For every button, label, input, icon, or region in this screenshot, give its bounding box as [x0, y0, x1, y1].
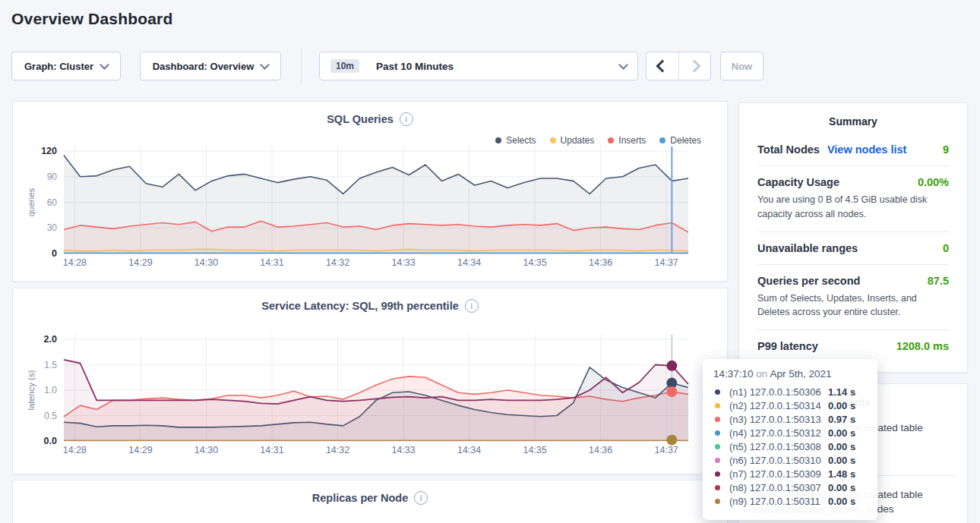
- dashboard-dropdown[interactable]: Dashboard: Overview: [140, 52, 281, 80]
- tooltip-node-row: (n9) 127.0.0.1:503110.00 s: [713, 494, 867, 508]
- node-address: (n5) 127.0.0.1:50308: [729, 441, 828, 452]
- dashboard-dropdown-label: Dashboard: Overview: [153, 61, 254, 72]
- node-color-dot: [715, 485, 720, 490]
- summary-label: P99 latency: [757, 340, 818, 352]
- node-address: (n8) 127.0.0.1:50307: [729, 482, 828, 493]
- svg-text:14:28: 14:28: [63, 257, 87, 268]
- node-address: (n6) 127.0.0.1:50310: [729, 455, 828, 466]
- node-address: (n4) 127.0.0.1:50312: [729, 427, 828, 439]
- summary-title: Summary: [757, 103, 949, 128]
- summary-value: 0.00%: [918, 176, 949, 188]
- toolbar-divider: [301, 48, 302, 83]
- svg-text:0.0: 0.0: [44, 436, 57, 446]
- prev-time-button[interactable]: [646, 52, 678, 80]
- node-color-dot: [715, 389, 720, 395]
- summary-row-total-nodes: Total Nodes View nodes list 9: [757, 134, 949, 166]
- time-range-label: Past 10 Minutes: [376, 61, 454, 72]
- chevron-down-icon: [618, 60, 628, 70]
- now-button[interactable]: Now: [720, 52, 763, 80]
- svg-text:14:30: 14:30: [194, 257, 218, 268]
- svg-text:latency (s): latency (s): [27, 370, 36, 410]
- chart-title: Replicas per Node: [312, 492, 409, 504]
- tooltip-node-row: (n7) 127.0.0.1:503091.48 s: [713, 467, 867, 480]
- svg-text:14:32: 14:32: [326, 445, 349, 455]
- time-nav-group: [646, 52, 711, 80]
- summary-value: 87.5: [928, 275, 949, 287]
- node-address: (n3) 127.0.0.1:50313: [729, 414, 828, 425]
- next-time-button[interactable]: [679, 52, 711, 80]
- tooltip-node-row: (n6) 127.0.0.1:503100.00 s: [713, 453, 867, 467]
- svg-text:90: 90: [47, 172, 58, 182]
- svg-text:14:29: 14:29: [128, 445, 152, 455]
- svg-text:14:33: 14:33: [391, 445, 415, 455]
- tooltip-date: Apr 5th, 2021: [770, 368, 831, 380]
- svg-text:14:35: 14:35: [523, 257, 546, 268]
- node-address: (n1) 127.0.0.1:50306: [729, 386, 828, 398]
- tooltip-time: 14:37:10: [713, 368, 754, 380]
- graph-dropdown[interactable]: Graph: Cluster: [11, 52, 121, 80]
- node-address: (n2) 127.0.0.1:50314: [729, 400, 828, 411]
- summary-row-unavailable-ranges: Unavailable ranges 0: [757, 232, 949, 265]
- time-range-selector[interactable]: 10m Past 10 Minutes: [319, 52, 638, 80]
- node-latency-value: 0.00 s: [828, 455, 855, 466]
- node-address: (n9) 127.0.0.1:50311: [729, 496, 828, 507]
- node-color-dot: [715, 458, 720, 463]
- svg-text:14:32: 14:32: [326, 257, 349, 268]
- node-latency-value: 1.14 s: [828, 386, 855, 398]
- svg-text:14:29: 14:29: [128, 257, 152, 268]
- node-latency-value: 1.48 s: [828, 468, 855, 480]
- node-latency-value: 0.00 s: [828, 400, 855, 411]
- chevron-down-icon: [100, 60, 109, 70]
- svg-text:0.5: 0.5: [44, 411, 57, 421]
- svg-text:14:31: 14:31: [260, 445, 283, 455]
- svg-text:14:36: 14:36: [589, 257, 612, 268]
- node-color-dot: [715, 430, 720, 436]
- tooltip-node-row: (n1) 127.0.0.1:503061.14 s: [713, 385, 867, 399]
- summary-value: 0: [943, 242, 949, 254]
- chevron-down-icon: [260, 60, 270, 70]
- tooltip-node-row: (n5) 127.0.0.1:503080.00 s: [713, 440, 867, 453]
- svg-text:14:30: 14:30: [194, 445, 218, 455]
- svg-text:60: 60: [47, 197, 58, 208]
- svg-text:14:35: 14:35: [523, 445, 546, 455]
- svg-text:14:37: 14:37: [655, 445, 678, 455]
- tooltip-node-row: (n2) 127.0.0.1:503140.00 s: [713, 399, 867, 412]
- summary-description: Sum of Selects, Updates, Inserts, and De…: [757, 291, 949, 320]
- view-nodes-list-link[interactable]: View nodes list: [827, 143, 907, 156]
- summary-label: Capacity Usage: [757, 176, 839, 188]
- tooltip-header: 14:37:10 on Apr 5th, 2021: [713, 368, 867, 380]
- sql-queries-panel: SQL Queries i SelectsUpdatesInsertsDelet…: [12, 101, 728, 282]
- node-color-dot: [715, 444, 720, 449]
- replicas-per-node-panel: Replicas per Node i: [12, 480, 728, 523]
- tooltip-node-row: (n4) 127.0.0.1:503120.00 s: [713, 426, 867, 440]
- node-latency-value: 0.00 s: [828, 441, 855, 452]
- summary-label: Total Nodes: [757, 143, 820, 156]
- node-latency-value: 0.00 s: [828, 482, 855, 493]
- svg-text:queries: queries: [27, 187, 36, 216]
- node-color-dot: [715, 403, 720, 408]
- tooltip-preposition: on: [756, 368, 767, 380]
- svg-text:14:34: 14:34: [457, 257, 481, 268]
- chevron-left-icon: [656, 60, 669, 73]
- svg-text:14:37: 14:37: [655, 257, 678, 268]
- info-icon[interactable]: i: [414, 491, 428, 505]
- svg-text:0: 0: [52, 248, 57, 259]
- node-latency-value: 0.97 s: [828, 414, 855, 425]
- node-color-dot: [715, 471, 720, 477]
- tooltip-node-row: (n8) 127.0.0.1:503070.00 s: [713, 480, 867, 494]
- summary-label: Queries per second: [757, 275, 860, 287]
- node-latency-value: 0.00 s: [828, 496, 855, 507]
- node-address: (n7) 127.0.0.1:50309: [729, 468, 828, 480]
- summary-row-capacity: Capacity Usage 0.00% You are using 0 B o…: [757, 166, 949, 232]
- summary-label: Unavailable ranges: [757, 242, 858, 254]
- svg-text:30: 30: [47, 222, 58, 233]
- tooltip-node-row: (n3) 127.0.0.1:503130.97 s: [713, 412, 867, 426]
- summary-description: You are using 0 B of 4.5 GiB usable disk…: [757, 193, 949, 222]
- svg-text:1.0: 1.0: [44, 385, 57, 395]
- svg-text:14:31: 14:31: [260, 257, 283, 268]
- svg-text:14:36: 14:36: [589, 445, 612, 455]
- svg-text:120: 120: [41, 146, 57, 156]
- node-color-dot: [715, 499, 720, 504]
- graph-dropdown-label: Graph: Cluster: [24, 61, 93, 72]
- node-color-dot: [715, 417, 720, 422]
